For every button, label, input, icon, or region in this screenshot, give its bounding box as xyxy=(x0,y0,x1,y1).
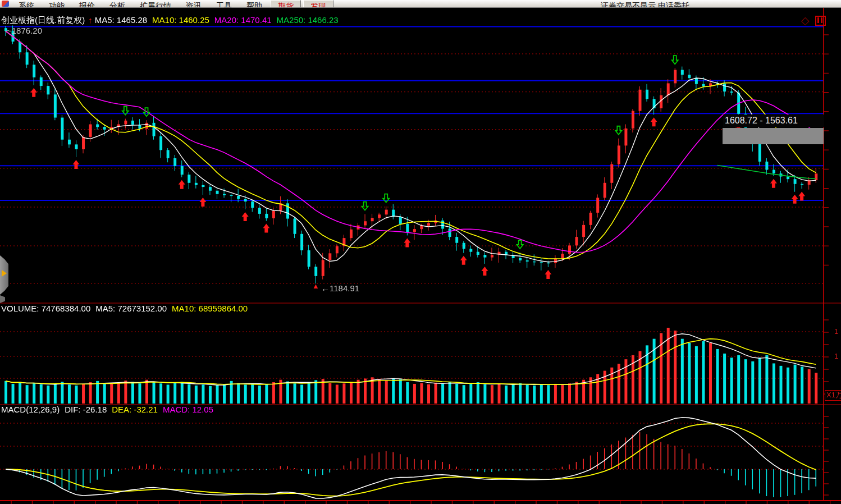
candle-chart-icon[interactable] xyxy=(815,16,826,26)
main-chart-legend: 创业板指(日线.前复权)↑MA5: 1465.28MA10: 1460.25MA… xyxy=(1,15,344,26)
volume-value: VOLUME: 74768384.00 xyxy=(1,304,90,313)
gap-highlight-band xyxy=(723,128,824,144)
trend-up-arrow-icon: ↑ xyxy=(88,15,93,25)
menu-item-extended[interactable]: 扩展行情 xyxy=(132,0,179,8)
volume-multiplier-label: X1万 xyxy=(825,390,841,401)
volume-axis-label-2: 1 xyxy=(834,352,838,360)
menu-item-discover[interactable]: 发现 xyxy=(303,0,333,8)
ma20-value: MA20: 1470.41 xyxy=(214,15,272,25)
ma5-value: MA5: 1465.28 xyxy=(95,15,147,25)
menu-item-quotes[interactable]: 报价 xyxy=(72,0,102,8)
menu-item-news[interactable]: 资讯 xyxy=(179,0,209,8)
low-price-annotation: ←1184.91 xyxy=(321,283,359,293)
menu-right-text: 证券交易不显示 电话委托 xyxy=(601,0,689,8)
menu-bar: 系统 功能 报价 分析 扩展行情 资讯 工具 帮助 期货 发现 证券交易不显示 … xyxy=(0,0,841,8)
volume-ma10-value: MA10: 68959864.00 xyxy=(172,304,248,313)
high-price-annotation: ~1876.20 xyxy=(7,26,42,35)
menu-item-tools[interactable]: 工具 xyxy=(209,0,239,8)
macd-name: MACD(12,26,9) xyxy=(1,405,60,414)
menu-item-futures[interactable]: 期货 xyxy=(271,0,301,8)
macd-legend: MACD(12,26,9)DIF: -26.18DEA: -32.21MACD:… xyxy=(1,405,218,414)
menu-item-system[interactable]: 系统 xyxy=(11,0,42,8)
chart-canvas[interactable] xyxy=(0,0,841,504)
low-price-marker-icon: ▲ xyxy=(312,282,319,290)
gap-range-tooltip: 1608.72 - 1563.61 xyxy=(723,114,824,127)
macd-value: MACD: 12.05 xyxy=(163,405,213,414)
menu-item-function[interactable]: 功能 xyxy=(42,0,72,8)
menu-item-analysis[interactable]: 分析 xyxy=(102,0,132,8)
trading-app-window: 1608.72 - 1563.61 系统 功能 报价 分析 扩展行情 资讯 工具… xyxy=(0,0,841,504)
dea-value: DEA: -32.21 xyxy=(112,405,158,414)
ma10-value: MA10: 1460.25 xyxy=(152,15,209,25)
diamond-icon[interactable]: ◇ xyxy=(801,14,810,27)
volume-legend: VOLUME: 74768384.00MA5: 72673152.00MA10:… xyxy=(1,304,253,313)
volume-ma5-value: MA5: 72673152.00 xyxy=(95,304,167,313)
menu-item-help[interactable]: 帮助 xyxy=(239,0,269,8)
ma250-value: MA250: 1466.23 xyxy=(277,15,339,25)
volume-axis-label-1: 1 xyxy=(834,327,838,336)
instrument-title: 创业板指(日线.前复权) xyxy=(1,15,85,26)
dif-value: DIF: -26.18 xyxy=(65,405,107,414)
app-icon xyxy=(2,1,9,7)
expander-arrow-icon[interactable] xyxy=(2,270,7,277)
